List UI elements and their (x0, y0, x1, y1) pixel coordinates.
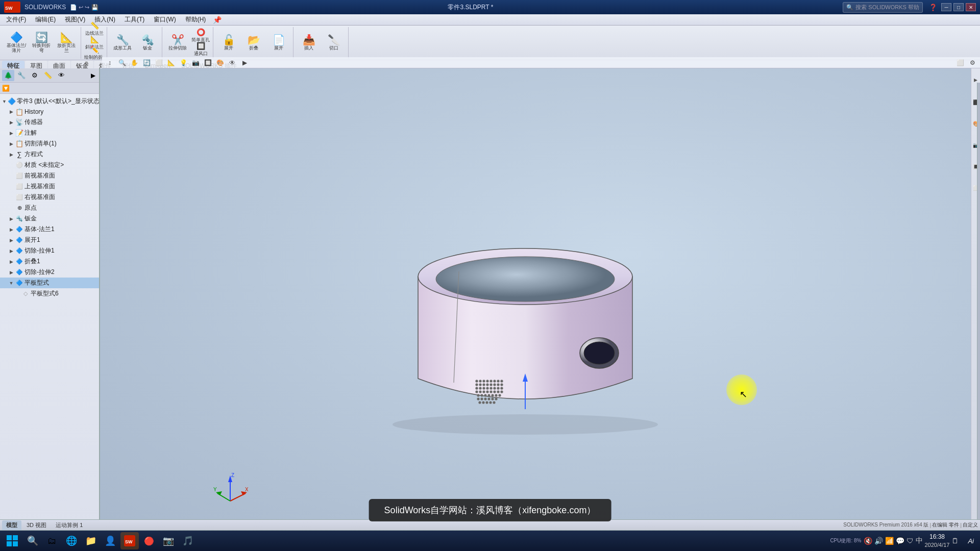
cutextrude2-expand[interactable]: ▶ (8, 269, 14, 276)
tree-item-cutextrude1[interactable]: ▶ 🔷 切除-拉伸1 (0, 245, 99, 256)
tree-item-flatpattern6[interactable]: ▶ ◇ 平板型式6 (0, 288, 99, 299)
status-tab-motion[interactable]: 运动算例 1 (52, 520, 87, 530)
tree-item-origin[interactable]: ▶ ⊕ 原点 (0, 203, 99, 213)
search-label[interactable]: 搜索 SOLIDWORKS 帮助 (855, 4, 919, 11)
panel-tab-featuretree[interactable]: 🌲 (2, 70, 14, 81)
equations-expand[interactable]: ▶ (8, 152, 14, 158)
tree-item-cutlist[interactable]: ▶ 📋 切割清单(1) (0, 138, 99, 149)
tray-input-icon[interactable]: 中 (916, 536, 923, 545)
tree-item-baseflange1[interactable]: ▶ 🔷 基体-法兰1 (0, 224, 99, 235)
panel-tab-display[interactable]: 👁 (55, 70, 67, 81)
view-more-btn[interactable]: ▶ (239, 58, 250, 68)
view-section-btn[interactable]: 📐 (165, 58, 177, 68)
tree-item-equations[interactable]: ▶ ∑ 方程式 (0, 149, 99, 160)
help-icon[interactable]: ❓ (929, 4, 937, 11)
sensors-expand[interactable]: ▶ (8, 119, 14, 126)
panel-tab-config[interactable]: ⚙ (29, 70, 41, 81)
tree-item-top-plane[interactable]: ▶ ⬜ 上视基准面 (0, 181, 99, 192)
toolbar-convert[interactable]: 🔄 转换到折弯 (29, 29, 54, 57)
taskbar-ai-label[interactable]: Ai (964, 537, 978, 545)
panel-tab-more[interactable]: ▶ (89, 70, 97, 81)
taskbar-app4[interactable]: 📷 (159, 532, 178, 549)
fold1-expand[interactable]: ▶ (8, 259, 14, 265)
view-realview-btn[interactable]: 💡 (178, 58, 189, 68)
taskbar-explorer[interactable]: 🗂 (43, 532, 61, 549)
tree-item-right-plane[interactable]: ▶ ⬜ 右视基准面 (0, 192, 99, 203)
restore-button[interactable]: □ (953, 3, 964, 11)
toolbar-vent[interactable]: 🔲 通风口 (190, 43, 211, 56)
tree-item-history[interactable]: ▶ 📋 History (0, 107, 99, 117)
tree-item-fold1[interactable]: ▶ 🔷 折叠1 (0, 256, 99, 267)
toolbar-insert-btn[interactable]: 📥 插入 (297, 29, 321, 57)
taskbar-folder[interactable]: 📁 (82, 532, 100, 549)
tray-security-icon[interactable]: 🛡 (906, 537, 914, 545)
right-panel-btn-1[interactable]: ◀ (972, 70, 980, 91)
tree-item-annotations[interactable]: ▶ 📝 注解 (0, 128, 99, 138)
tree-item-unfold1[interactable]: ▶ 🔷 展开1 (0, 235, 99, 245)
menu-help[interactable]: 帮助(H) (181, 14, 210, 25)
tree-item-sensors[interactable]: ▶ 📡 传感器 (0, 117, 99, 128)
toolbar-forming-tool[interactable]: 🔧 成形工具 (110, 29, 135, 57)
toolbar-fold-page[interactable]: 📐 放折页法兰 (54, 29, 79, 57)
taskbar-app5[interactable]: 🎵 (179, 532, 197, 549)
annotations-expand[interactable]: ▶ (8, 130, 14, 136)
taskbar-app1[interactable]: 👤 (101, 532, 119, 549)
minimize-button[interactable]: ─ (941, 3, 951, 11)
status-tab-3dview[interactable]: 3D 视图 (22, 520, 51, 530)
taskbar-search[interactable]: 🔍 (23, 532, 42, 549)
view-options-btn[interactable]: ⚙ (967, 58, 978, 68)
taskbar-browser[interactable]: 🌐 (62, 532, 81, 549)
view-appearance-btn[interactable]: 🎨 (214, 58, 226, 68)
tree-item-material[interactable]: ▶ ⚪ 材质 <未指定> (0, 160, 99, 170)
baseflange1-expand[interactable]: ▶ (8, 227, 14, 233)
view-box-zoom-btn[interactable]: ⬜ (153, 58, 164, 68)
tree-item-front-plane[interactable]: ▶ ⬜ 前视基准面 (0, 170, 99, 181)
tree-root[interactable]: ▼ 🔷 零件3 (默认<<默认>_显示状态 1>) (0, 96, 99, 107)
taskbar-app3[interactable]: 🔴 (140, 532, 158, 549)
view-hide-show-btn[interactable]: 👁 (227, 58, 238, 68)
view-photoview-btn[interactable]: 📷 (190, 58, 201, 68)
tree-root-expand[interactable]: ▼ (2, 98, 7, 105)
toolbar-pull-cut[interactable]: ✂️ 拉伸切除 (165, 29, 190, 57)
cutextrude1-expand[interactable]: ▶ (8, 248, 14, 254)
menu-edit[interactable]: 编辑(E) (31, 14, 60, 25)
history-expand[interactable]: ▶ (8, 109, 14, 115)
view-pan-btn[interactable]: ✋ (129, 58, 140, 68)
sheetmetal-expand[interactable]: ▶ (8, 216, 14, 222)
tree-item-cutextrude2[interactable]: ▶ 🔷 切除-拉伸2 (0, 267, 99, 278)
pin-icon[interactable]: 📌 (213, 16, 222, 24)
viewport[interactable]: Z X Y ↖ (100, 68, 971, 531)
view-orientation-btn[interactable]: ↕ (104, 58, 115, 68)
toolbar-unfold[interactable]: 🔓 展开 (216, 29, 241, 57)
toolbar-base-flange[interactable]: 🔷 基体法兰/薄片 (4, 29, 29, 57)
panel-tab-dimxpert-tree[interactable]: 📏 (42, 70, 54, 81)
view-display-mode-btn[interactable]: 🔲 (202, 58, 213, 68)
view-zoom-btn[interactable]: 🔍 (116, 58, 128, 68)
close-button[interactable]: ✕ (966, 3, 976, 11)
flatpattern-expand[interactable]: ▼ (8, 280, 14, 286)
filter-icon[interactable]: 🔽 (2, 85, 10, 92)
tray-network-icon[interactable]: 🔇 (864, 537, 872, 545)
statusbar-custom[interactable]: 自定义 (963, 521, 978, 529)
menu-tools[interactable]: 工具(T) (120, 14, 149, 25)
taskbar-clock[interactable]: 16:38 2020/4/17 (925, 533, 950, 548)
status-tab-model[interactable]: 模型 (2, 520, 21, 530)
tray-volume-icon[interactable]: 🔊 (874, 537, 883, 545)
tree-item-flatpattern[interactable]: ▼ 🔷 平板型式 (0, 278, 99, 288)
menu-file[interactable]: 文件(F) (2, 14, 30, 25)
cutlist-expand[interactable]: ▶ (8, 141, 14, 147)
toolbar-simple-hole[interactable]: ⭕ 简单直孔 (190, 29, 211, 42)
tray-chat-icon[interactable]: 💬 (896, 537, 904, 545)
start-button[interactable] (2, 532, 22, 550)
panel-tab-property[interactable]: 🔧 (15, 70, 28, 81)
toolbar-sheet-metal[interactable]: 🔩 钣金 (135, 29, 160, 57)
tray-action-icon[interactable]: 🗒 (951, 537, 959, 545)
tray-wifi-icon[interactable]: 📶 (885, 537, 894, 545)
tree-item-sheetmetal[interactable]: ▶ 🔩 钣金 (0, 213, 99, 224)
toolbar-cut-btn[interactable]: 🔪 切口 (322, 29, 346, 57)
menu-window[interactable]: 窗口(W) (150, 14, 180, 25)
view-rotate-btn[interactable]: 🔄 (141, 58, 152, 68)
toolbar-fold[interactable]: 📂 折叠 (241, 29, 266, 57)
unfold1-expand[interactable]: ▶ (8, 237, 14, 243)
taskbar-app2[interactable]: SW (120, 532, 139, 549)
